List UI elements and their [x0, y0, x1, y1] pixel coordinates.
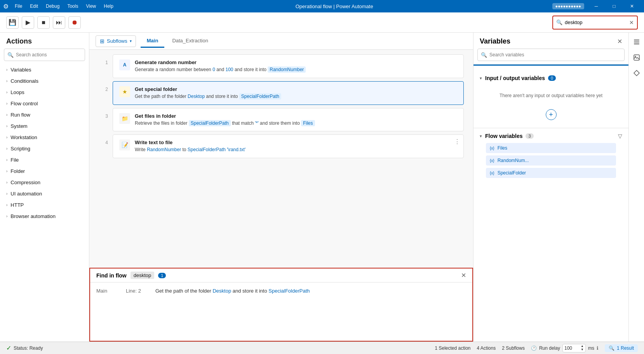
category-label: UI automation [10, 191, 42, 197]
flow-action-generate-random[interactable]: A Generate random number Generate a rand… [113, 54, 464, 78]
category-loops[interactable]: › Loops [0, 87, 89, 98]
record-button[interactable]: ⏺ [68, 16, 81, 29]
menu-file[interactable]: File [12, 2, 25, 10]
flow-row-4: 4 📝 Write text to file Write RandomNumbe… [99, 134, 464, 158]
search-icon: 🔍 [7, 52, 14, 58]
find-result-row[interactable]: Main Line: 2 Get the path of the folder … [96, 286, 466, 296]
category-label: Folder [10, 168, 25, 174]
category-system[interactable]: › System [0, 120, 89, 132]
variable-item-files[interactable]: {x} Files [486, 143, 616, 153]
variables-search-box[interactable]: 🔍 [477, 49, 625, 61]
result-link-path[interactable]: SpecialFolderPath [268, 288, 310, 294]
window-controls[interactable]: ─ □ ✕ [587, 0, 641, 12]
category-ui-automation[interactable]: › UI automation [0, 188, 89, 199]
menu-view[interactable]: View [83, 2, 99, 10]
add-io-variable-button[interactable]: + [546, 109, 557, 120]
variable-item-randomnum[interactable]: {x} RandomNum... [486, 155, 616, 166]
chevron-icon: › [6, 158, 7, 162]
subflows-label: Subflows [107, 38, 127, 44]
menu-edit[interactable]: Edit [27, 2, 41, 10]
actions-search-input[interactable] [16, 52, 82, 58]
search-icon: 🔍 [609, 345, 614, 351]
menu-debug[interactable]: Debug [43, 2, 63, 10]
flow-action-get-special-folder[interactable]: ★ Get special folder Get the path of the… [113, 81, 464, 105]
io-section-header[interactable]: ▾ Input / output variables 0 [480, 75, 622, 81]
decrement-button[interactable]: ▼ [581, 348, 584, 351]
actions-search-box[interactable]: 🔍 [4, 49, 85, 61]
category-folder[interactable]: › Folder [0, 166, 89, 177]
subflows-button[interactable]: ⊞ Subflows ▾ [96, 35, 136, 47]
diamond-button[interactable] [630, 67, 643, 79]
stop-button[interactable]: ■ [37, 16, 50, 29]
category-workstation[interactable]: › Workstation [0, 132, 89, 143]
category-run-flow[interactable]: › Run flow [0, 109, 89, 120]
action-title: Write text to file [135, 140, 457, 145]
chevron-icon: › [6, 214, 7, 218]
flow-action-write-text[interactable]: 📝 Write text to file Write RandomNumber … [113, 134, 464, 158]
category-scripting[interactable]: › Scripting [0, 143, 89, 154]
result-button[interactable]: 🔍 1 Result [605, 344, 638, 352]
chevron-icon: › [6, 203, 7, 207]
flow-action-get-files[interactable]: 📁 Get files in folder Retrieve the files… [113, 108, 464, 132]
category-http[interactable]: › HTTP [0, 199, 89, 211]
variables-close-button[interactable]: ✕ [617, 38, 622, 45]
tab-main[interactable]: Main [141, 35, 165, 48]
io-empty-message: There aren't any input or output variabl… [480, 85, 622, 106]
variables-search-input[interactable] [489, 52, 621, 58]
close-button[interactable]: ✕ [623, 0, 641, 12]
action-icon: 📝 [119, 140, 130, 150]
svg-rect-0 [634, 40, 639, 40]
menu-bar[interactable]: File Edit Debug Tools View Help [12, 2, 117, 10]
flow-variables-section: ▾ Flow variables 3 ▽ {x} Files {x} Rando… [473, 128, 628, 185]
filter-icon[interactable]: ▽ [618, 133, 622, 139]
category-file[interactable]: › File [0, 154, 89, 166]
clear-search-button[interactable]: ✕ [629, 19, 634, 26]
subflows-icon: ⊞ [100, 38, 104, 44]
category-compression[interactable]: › Compression [0, 177, 89, 188]
find-close-button[interactable]: ✕ [461, 272, 466, 279]
toolbar: 💾 ▶ ■ ⏭ ⏺ 🔍 ✕ [0, 12, 644, 33]
flow-variables-header: ▾ Flow variables 3 ▽ [480, 133, 622, 139]
chevron-icon: › [6, 124, 7, 128]
category-browser-automation[interactable]: › Browser automation [0, 211, 89, 222]
variable-icon: {x} [490, 146, 494, 150]
category-flow-control[interactable]: › Flow control [0, 98, 89, 109]
variable-item-specialfolder[interactable]: {x} SpecialFolder [486, 168, 616, 178]
io-count: 0 [548, 75, 556, 81]
run-delay-unit: ms [588, 345, 594, 351]
action-icon: A [119, 59, 130, 70]
find-header: Find in flow desktop 1 ✕ [90, 269, 472, 283]
layers-button[interactable] [630, 36, 643, 48]
next-step-button[interactable]: ⏭ [53, 16, 65, 29]
image-button[interactable] [630, 51, 643, 64]
chevron-down-icon: ▾ [130, 39, 132, 43]
status-icon: ✓ [6, 344, 11, 352]
total-actions-count: 4 Actions [477, 345, 496, 351]
chevron-icon: › [6, 180, 7, 185]
chevron-icon: › [6, 113, 7, 117]
variable-name: SpecialFolder [498, 170, 526, 176]
save-button[interactable]: 💾 [6, 16, 19, 29]
category-conditionals[interactable]: › Conditionals [0, 75, 89, 87]
action-menu-button[interactable]: ⋮ [454, 138, 460, 145]
io-title: Input / output variables [485, 75, 545, 81]
result-link-desktop[interactable]: Desktop [212, 288, 231, 294]
maximize-button[interactable]: □ [605, 0, 623, 12]
run-delay-value: 100 [564, 345, 572, 351]
menu-help[interactable]: Help [101, 2, 117, 10]
increment-button[interactable]: ▲ [581, 345, 584, 348]
flow-variables-list: {x} Files {x} RandomNum... {x} SpecialFo… [480, 143, 622, 180]
flow-search-box[interactable]: 🔍 ✕ [552, 16, 638, 30]
run-delay-label: Run delay [539, 345, 560, 351]
flow-search-input[interactable] [565, 19, 627, 25]
category-label: Compression [10, 180, 40, 185]
category-variables[interactable]: › Variables [0, 64, 89, 75]
tab-data-extraction[interactable]: Data_Extraction [166, 35, 214, 48]
menu-tools[interactable]: Tools [64, 2, 81, 10]
minimize-button[interactable]: ─ [587, 0, 605, 12]
result-desc: Get the path of the folder Desktop and s… [155, 288, 310, 294]
svg-rect-2 [634, 44, 639, 44]
run-button[interactable]: ▶ [22, 16, 34, 29]
clock-icon: 🕐 [531, 345, 537, 351]
run-delay-input[interactable]: 100 ▲ ▼ [562, 344, 586, 352]
